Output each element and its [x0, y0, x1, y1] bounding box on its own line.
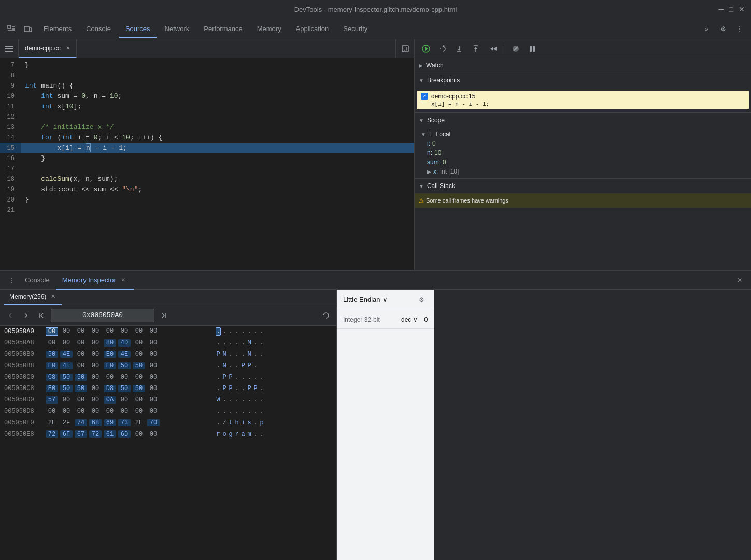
mem-byte[interactable]: 00: [89, 408, 102, 415]
mem-byte[interactable]: 00: [60, 396, 73, 404]
mem-byte[interactable]: 50: [60, 385, 73, 392]
device-toolbar-icon[interactable]: [21, 22, 35, 36]
watch-header[interactable]: ▶ Watch: [415, 58, 751, 73]
call-stack-header[interactable]: ▼ Call Stack: [415, 179, 751, 193]
mem-byte[interactable]: 00: [75, 339, 87, 347]
mem-byte[interactable]: 50: [133, 362, 145, 369]
tab-sources[interactable]: Sources: [119, 21, 157, 37]
forward-btn[interactable]: [20, 309, 32, 322]
mem-byte[interactable]: 00: [118, 396, 131, 404]
mem-byte[interactable]: 00: [147, 362, 160, 369]
mem-byte[interactable]: 00: [104, 408, 116, 415]
mem-byte[interactable]: E0: [46, 362, 58, 369]
mem-byte[interactable]: 00: [118, 374, 131, 381]
mem-byte[interactable]: 00: [75, 362, 87, 369]
pause-on-exception-btn[interactable]: [525, 41, 540, 56]
mem-byte[interactable]: 00: [133, 408, 145, 415]
refresh-btn[interactable]: [320, 309, 332, 322]
mem-byte[interactable]: 00: [147, 430, 160, 438]
mem-byte[interactable]: 61: [104, 430, 116, 438]
mem-byte[interactable]: 00: [147, 327, 160, 336]
mem-byte[interactable]: 00: [133, 396, 145, 404]
resume-btn[interactable]: [419, 41, 433, 56]
mem-byte[interactable]: 00: [46, 327, 58, 336]
mem-byte[interactable]: 00: [60, 327, 73, 336]
format-selector[interactable]: dec ∨: [401, 316, 418, 323]
sidebar-toggle[interactable]: [0, 39, 19, 58]
mem-byte[interactable]: 70: [147, 419, 160, 426]
mem-byte[interactable]: 74: [75, 419, 87, 426]
bottom-tab-console[interactable]: Console: [19, 271, 56, 290]
mem-byte[interactable]: 0A: [104, 396, 116, 404]
mem-byte[interactable]: 67: [75, 430, 87, 438]
more-options-icon[interactable]: ⋮: [732, 22, 747, 36]
back-btn[interactable]: [4, 309, 17, 322]
mem-byte[interactable]: 50: [75, 385, 87, 392]
mem-byte[interactable]: 50: [46, 351, 58, 358]
mem-byte[interactable]: 00: [75, 396, 87, 404]
mem-byte[interactable]: 00: [118, 408, 131, 415]
mem-byte[interactable]: 00: [89, 351, 102, 358]
mem-byte[interactable]: 00: [147, 396, 160, 404]
mem-byte[interactable]: C8: [46, 374, 58, 381]
settings-icon[interactable]: ⚙: [716, 22, 730, 36]
endian-selector[interactable]: Little Endian ∨: [343, 296, 388, 304]
mem-byte[interactable]: 00: [75, 327, 87, 336]
close-drawer-btn[interactable]: ✕: [732, 273, 747, 288]
mem-byte[interactable]: 00: [60, 339, 73, 347]
gear-icon[interactable]: ⚙: [416, 294, 428, 306]
mem-byte[interactable]: E0: [104, 351, 116, 358]
mem-byte[interactable]: 00: [147, 408, 160, 415]
mem-byte[interactable]: 6D: [118, 430, 131, 438]
mem-byte[interactable]: 4E: [118, 351, 131, 358]
prev-page-btn[interactable]: [35, 309, 48, 322]
mem-byte[interactable]: 50: [75, 374, 87, 381]
close-btn[interactable]: ✕: [739, 5, 745, 13]
mem-byte[interactable]: 00: [89, 385, 102, 392]
mem-byte[interactable]: 00: [89, 339, 102, 347]
mem-byte[interactable]: 00: [104, 374, 116, 381]
mem-byte[interactable]: 00: [133, 351, 145, 358]
mem-byte[interactable]: 00: [118, 327, 131, 336]
tab-network[interactable]: Network: [159, 21, 196, 37]
tab-elements[interactable]: Elements: [37, 21, 78, 37]
bottom-tab-close[interactable]: ✕: [119, 276, 127, 284]
tab-memory[interactable]: Memory: [251, 21, 288, 37]
deactivate-breakpoints-btn[interactable]: [508, 41, 523, 56]
breakpoint-checkbox[interactable]: ✓: [421, 93, 428, 100]
mem-byte[interactable]: 4E: [60, 351, 73, 358]
mem-byte[interactable]: 00: [147, 374, 160, 381]
mem-byte[interactable]: 4D: [118, 339, 131, 347]
mem-byte[interactable]: 00: [89, 374, 102, 381]
file-tab-close[interactable]: ✕: [64, 44, 72, 52]
mem-byte[interactable]: 69: [104, 419, 116, 426]
inspect-element-icon[interactable]: [4, 22, 19, 36]
tab-application[interactable]: Application: [290, 21, 335, 37]
step-back-btn[interactable]: [485, 41, 500, 56]
mem-byte[interactable]: 00: [89, 362, 102, 369]
address-input[interactable]: [51, 309, 154, 322]
mem-byte[interactable]: 00: [75, 351, 87, 358]
mem-byte[interactable]: 2E: [133, 419, 145, 426]
mem-byte[interactable]: 68: [89, 419, 102, 426]
mem-byte[interactable]: 00: [133, 374, 145, 381]
breakpoints-header[interactable]: ▼ Breakpoints: [415, 73, 751, 88]
step-out-btn[interactable]: [469, 41, 483, 56]
tab-console[interactable]: Console: [80, 21, 117, 37]
mem-byte[interactable]: 00: [46, 339, 58, 347]
memory-tab-256[interactable]: Memory(256) ✕: [4, 290, 62, 305]
mem-byte[interactable]: E0: [46, 385, 58, 392]
tab-performance[interactable]: Performance: [197, 21, 248, 37]
mem-byte[interactable]: 50: [60, 374, 73, 381]
pretty-print-btn[interactable]: {}: [395, 39, 414, 58]
mem-byte[interactable]: 00: [75, 408, 87, 415]
mem-byte[interactable]: 50: [133, 385, 145, 392]
mem-byte[interactable]: 73: [118, 419, 131, 426]
tab-security[interactable]: Security: [337, 21, 374, 37]
step-into-btn[interactable]: [452, 41, 466, 56]
mem-byte[interactable]: 6F: [60, 430, 73, 438]
step-over-btn[interactable]: [435, 41, 450, 56]
mem-byte[interactable]: 2E: [46, 419, 58, 426]
window-controls[interactable]: ─ □ ✕: [719, 5, 745, 13]
minimize-btn[interactable]: ─: [719, 5, 724, 13]
